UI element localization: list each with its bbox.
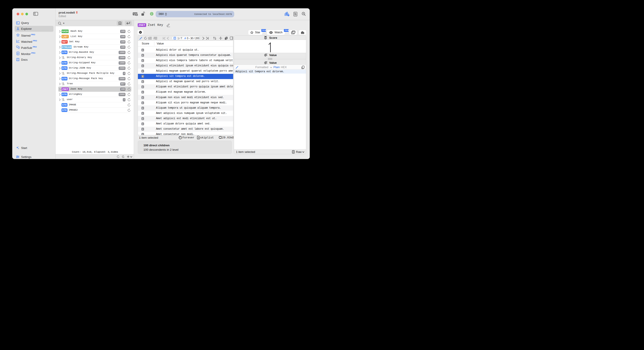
svg-text:10: 10 (122, 156, 124, 157)
